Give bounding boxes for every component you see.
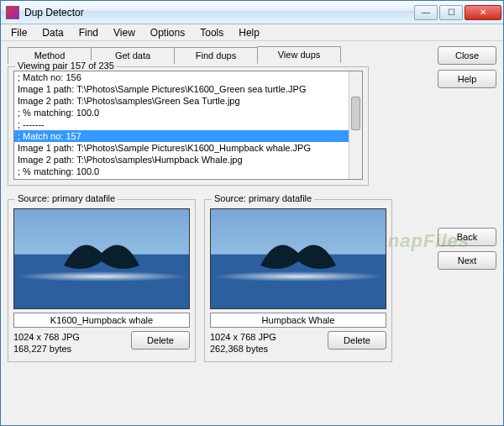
delete-right-button[interactable]: Delete [328,331,386,350]
list-line-selected[interactable]: ; Match no: 157 [14,130,362,142]
list-line[interactable]: Image 2 path: T:\Photos\samples\Green Se… [14,95,362,107]
splash-decoration [14,271,189,281]
lower-panels: Source: primary datafile K1600_Humpback … [8,199,496,362]
menu-options[interactable]: Options [144,25,192,40]
meta-text-left: 1024 x 768 JPG 168,227 bytes [13,331,80,355]
list-line[interactable]: Image 1 path: T:\Photos\Sample Pictures\… [14,83,362,95]
close-window-button[interactable]: ✕ [465,5,501,20]
menu-view[interactable]: View [107,25,142,40]
meta-text-right: 1024 x 768 JPG 262,368 bytes [210,331,276,355]
tab-view-dups[interactable]: View dups [257,46,341,63]
maximize-button[interactable]: ☐ [439,5,463,20]
right-button-column: Close Help [438,46,496,88]
menu-tools[interactable]: Tools [193,25,230,40]
window-title: Dup Detector [24,7,414,18]
titlebar: Dup Detector — ☐ ✕ [1,1,503,24]
delete-left-button[interactable]: Delete [131,331,190,350]
menu-file[interactable]: File [4,25,34,40]
listbox-scrollbar[interactable] [349,71,362,179]
app-window: Dup Detector — ☐ ✕ File Data Find View O… [0,0,504,426]
thumbnail-left [13,208,190,309]
app-icon [6,6,19,19]
group-legend: Viewing pair 157 of 235 [15,60,117,71]
window-controls: — ☐ ✕ [414,5,501,20]
close-button[interactable]: Close [438,46,496,65]
thumbnail-right [210,208,386,309]
list-line[interactable]: Image 2 path: T:\Photos\samples\Humpback… [14,154,362,166]
viewing-groupbox: Viewing pair 157 of 235 ; Match no: 156 … [8,66,369,186]
list-line[interactable]: ; ------- [14,118,362,130]
menu-help[interactable]: Help [232,25,266,40]
help-button[interactable]: Help [438,70,496,88]
panel-legend-right: Source: primary datafile [212,193,314,203]
splash-decoration [211,271,386,281]
client-area: Method Get data Find dups View dups Clos… [1,41,503,425]
match-listbox[interactable]: ; Match no: 156 Image 1 path: T:\Photos\… [13,71,363,180]
filename-left: K1600_Humpback whale [13,313,190,328]
dims-right: 1024 x 768 JPG [210,331,276,343]
scrollbar-thumb[interactable] [351,97,360,130]
list-line[interactable]: Image 1 path: T:\Photos\Sample Pictures\… [14,142,362,154]
tab-find-dups[interactable]: Find dups [174,47,258,64]
bytes-left: 168,227 bytes [13,343,80,355]
menu-data[interactable]: Data [35,25,70,40]
next-button[interactable]: Next [438,251,496,270]
menubar: File Data Find View Options Tools Help [1,24,503,41]
list-line[interactable]: ; % matching: 100.0 [14,107,362,118]
filename-right: Humpback Whale [210,313,386,328]
bytes-right: 262,368 bytes [210,343,276,355]
menu-find[interactable]: Find [72,25,105,40]
minimize-button[interactable]: — [414,5,438,20]
meta-row-left: 1024 x 768 JPG 168,227 bytes Delete [13,331,190,355]
image-panel-left: Source: primary datafile K1600_Humpback … [8,199,196,362]
meta-row-right: 1024 x 768 JPG 262,368 bytes Delete [210,331,386,355]
dims-left: 1024 x 768 JPG [13,331,80,343]
list-line[interactable]: ; ------- [14,177,362,180]
panel-legend-left: Source: primary datafile [15,193,118,203]
image-panel-right: Source: primary datafile Humpback Whale … [204,199,392,362]
list-line[interactable]: ; Match no: 156 [14,71,362,83]
list-line[interactable]: ; % matching: 100.0 [14,166,362,177]
